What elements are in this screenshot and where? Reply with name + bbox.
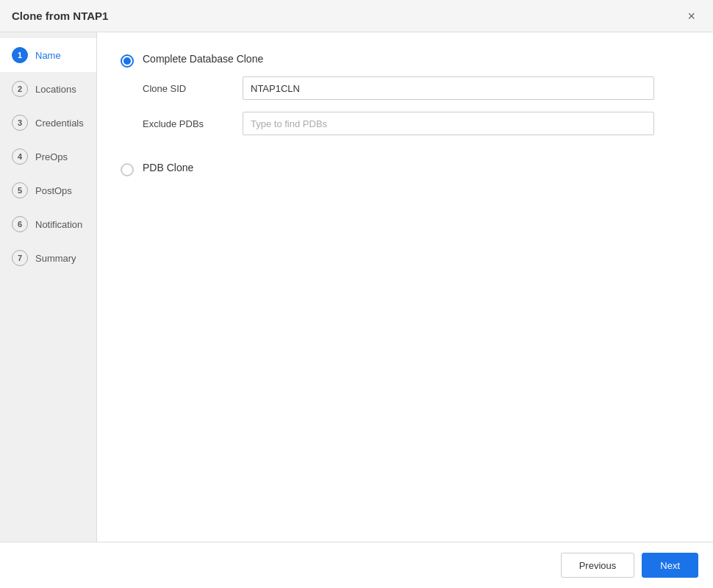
exclude-pdbs-input[interactable] xyxy=(243,112,654,135)
sidebar-item-credentials[interactable]: 3 Credentials xyxy=(0,106,96,140)
clone-sid-input[interactable] xyxy=(243,76,654,100)
sidebar-label-locations: Locations xyxy=(35,84,76,95)
pdb-clone-radio[interactable] xyxy=(121,163,134,176)
sidebar-label-preops: PreOps xyxy=(35,151,68,162)
complete-clone-title: Complete Database Clone xyxy=(143,53,689,65)
exclude-pdbs-label: Exclude PDBs xyxy=(143,118,231,129)
pdb-clone-title: PDB Clone xyxy=(143,162,689,173)
step-number-3: 3 xyxy=(12,115,28,131)
dialog-body: 1 Name 2 Locations 3 Credentials 4 PreOp… xyxy=(0,32,713,542)
sidebar-item-preops[interactable]: 4 PreOps xyxy=(0,140,96,173)
complete-clone-option: Complete Database Clone Clone SID Exclud… xyxy=(121,53,689,147)
sidebar-label-credentials: Credentials xyxy=(35,118,84,129)
step-number-1: 1 xyxy=(12,47,28,63)
complete-clone-radio[interactable] xyxy=(121,54,134,68)
dialog-footer: Previous Next xyxy=(0,542,713,588)
sidebar-item-summary[interactable]: 7 Summary xyxy=(0,241,96,275)
sidebar: 1 Name 2 Locations 3 Credentials 4 PreOp… xyxy=(0,32,97,542)
step-number-4: 4 xyxy=(12,148,28,165)
clone-sid-row: Clone SID xyxy=(143,76,689,100)
sidebar-item-notification[interactable]: 6 Notification xyxy=(0,207,96,241)
close-button[interactable]: × xyxy=(681,7,701,26)
pdb-clone-option: PDB Clone xyxy=(121,162,689,185)
sidebar-label-notification: Notification xyxy=(35,219,82,230)
sidebar-label-summary: Summary xyxy=(35,253,76,264)
previous-button[interactable]: Previous xyxy=(561,553,635,578)
pdb-clone-content: PDB Clone xyxy=(143,162,689,185)
clone-sid-label: Clone SID xyxy=(143,83,231,94)
dialog-window: Clone from NTAP1 × 1 Name 2 Locations 3 … xyxy=(0,0,713,588)
dialog-title: Clone from NTAP1 xyxy=(12,10,108,22)
main-content: Complete Database Clone Clone SID Exclud… xyxy=(97,32,713,542)
complete-clone-content: Complete Database Clone Clone SID Exclud… xyxy=(143,53,689,147)
sidebar-item-locations[interactable]: 2 Locations xyxy=(0,72,96,106)
step-number-2: 2 xyxy=(12,81,28,97)
step-number-7: 7 xyxy=(12,250,28,266)
step-number-5: 5 xyxy=(12,182,28,198)
sidebar-label-postops: PostOps xyxy=(35,185,72,196)
step-number-6: 6 xyxy=(12,216,28,232)
next-button[interactable]: Next xyxy=(642,553,698,578)
sidebar-label-name: Name xyxy=(35,50,61,61)
sidebar-item-name[interactable]: 1 Name xyxy=(0,38,96,72)
exclude-pdbs-row: Exclude PDBs xyxy=(143,112,689,135)
dialog-header: Clone from NTAP1 × xyxy=(0,0,713,32)
sidebar-item-postops[interactable]: 5 PostOps xyxy=(0,173,96,207)
